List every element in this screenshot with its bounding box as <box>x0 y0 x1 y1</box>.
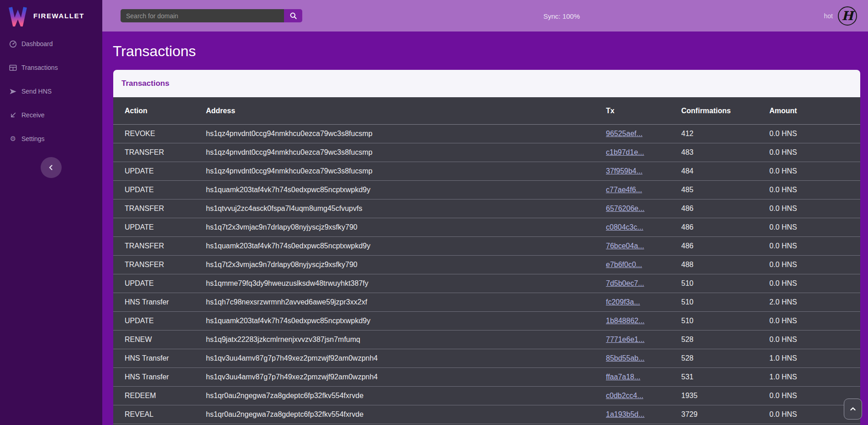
action-cell: UPDATE <box>125 317 206 325</box>
amount-cell: 1.0 HNS <box>769 354 849 362</box>
gauge-icon <box>9 40 17 48</box>
table-row: UPDATE hs1qmme79fq3dy9hweuzuslksdw48trwu… <box>113 274 860 293</box>
brand-name: FIREWALLET <box>33 12 84 20</box>
tx-link[interactable]: 6576206e... <box>606 205 645 212</box>
amount-cell: 0.0 HNS <box>769 242 849 250</box>
address-cell: hs1q9jatx22283jzkcmlrnenjxvvzv387jsn7mfu… <box>206 336 606 344</box>
sidebar-item-label: Send HNS <box>21 88 52 95</box>
tx-link[interactable]: fc209f3a... <box>606 298 640 306</box>
tx-link[interactable]: c1b97d1e... <box>606 148 644 156</box>
action-cell: UPDATE <box>125 167 206 175</box>
address-cell: hs1qtvvuj2zc4asck0fspa7l4uqm8umg45cfvupv… <box>206 205 606 213</box>
card-title: Transactions <box>121 79 169 88</box>
tx-link[interactable]: 96525aef... <box>606 130 642 137</box>
sidebar-item-transactions[interactable]: Transactions <box>0 56 102 79</box>
topbar: Sync: 100% hot H <box>102 0 868 31</box>
column-header-tx: Tx <box>606 107 681 115</box>
table-row: UPDATE hs1q7t2x3vmjac9n7drlapy08nyjyscjz… <box>113 218 860 237</box>
amount-cell: 0.0 HNS <box>769 317 849 325</box>
tx-link[interactable]: 7d5b0ec7... <box>606 279 644 287</box>
address-cell: hs1quamk203taf4vk7h74s0edxpwc85ncptxwpkd… <box>206 317 606 325</box>
address-cell: hs1qr0au2ngegwa7za8gdeptc6fp32fkv554fxrv… <box>206 392 606 400</box>
transactions-card: Transactions Action Address Tx Confirmat… <box>113 70 860 425</box>
sidebar-item-label: Receive <box>21 111 45 119</box>
table-row: RENEW hs1q9jatx22283jzkcmlrnenjxvvzv387j… <box>113 331 860 349</box>
action-cell: HNS Transfer <box>125 298 206 306</box>
action-cell: UPDATE <box>125 186 206 194</box>
action-cell: UPDATE <box>125 223 206 231</box>
scroll-to-top-button[interactable] <box>844 399 862 420</box>
tx-link[interactable]: 1a193b5d... <box>606 410 645 418</box>
tx-link[interactable]: 37f959b4... <box>606 167 642 175</box>
amount-cell: 0.0 HNS <box>769 223 849 231</box>
confirmations-cell: 488 <box>681 261 769 269</box>
sidebar-item-receive[interactable]: Receive <box>0 103 102 127</box>
column-header-amount: Amount <box>769 107 849 115</box>
table-row: REVEAL hs1qr0au2ngegwa7za8gdeptc6fp32fkv… <box>113 405 860 424</box>
address-cell: hs1qz4pnvdnt0ccg94nmkhcu0ezca79wc3s8fucs… <box>206 167 606 175</box>
action-cell: TRANSFER <box>125 242 206 250</box>
confirmations-cell: 510 <box>681 317 769 325</box>
tx-link[interactable]: e7b6f0c0... <box>606 261 642 268</box>
sidebar-item-dashboard[interactable]: Dashboard <box>0 32 102 56</box>
column-header-confirmations: Confirmations <box>681 107 769 115</box>
confirmations-cell: 528 <box>681 354 769 362</box>
brand[interactable]: FIREWALLET <box>0 0 102 31</box>
domain-search <box>121 9 302 22</box>
amount-cell: 0.0 HNS <box>769 205 849 213</box>
sidebar-nav: Dashboard Transactions Send HNS Receive … <box>0 32 102 151</box>
tx-link[interactable]: c0804c3c... <box>606 223 643 231</box>
amount-cell: 2.0 HNS <box>769 298 849 306</box>
search-button[interactable] <box>284 9 302 22</box>
action-cell: RENEW <box>125 336 206 344</box>
tx-link[interactable]: 76bce04a... <box>606 242 644 250</box>
table-row: HNS Transfer hs1qv3uu4amv87g7p7h49xez2pm… <box>113 368 860 387</box>
address-cell: hs1quamk203taf4vk7h74s0edxpwc85ncptxwpkd… <box>206 186 606 194</box>
sidebar-item-label: Settings <box>21 135 45 142</box>
amount-cell: 0.0 HNS <box>769 167 849 175</box>
action-cell: REVOKE <box>125 130 206 138</box>
table-row: TRANSFER hs1quamk203taf4vk7h74s0edxpwc85… <box>113 237 860 256</box>
action-cell: HNS Transfer <box>125 373 206 381</box>
table-row: HNS Transfer hs1qv3uu4amv87g7p7h49xez2pm… <box>113 349 860 368</box>
confirmations-cell: 510 <box>681 298 769 306</box>
table-row: TRANSFER hs1qtvvuj2zc4asck0fspa7l4uqm8um… <box>113 199 860 218</box>
amount-cell: 1.0 HNS <box>769 373 849 381</box>
tx-link[interactable]: ffaa7a18... <box>606 373 640 381</box>
sidebar-item-send-hns[interactable]: Send HNS <box>0 79 102 103</box>
tx-link[interactable]: c77ae4f6... <box>606 186 642 194</box>
table-header-row: Action Address Tx Confirmations Amount <box>113 97 860 125</box>
sidebar-item-label: Transactions <box>21 64 58 71</box>
action-cell: HNS Transfer <box>125 354 206 362</box>
tx-link[interactable]: 85bd55ab... <box>606 354 645 362</box>
tx-link[interactable]: c0db2cc4... <box>606 392 643 399</box>
address-cell: hs1qr0au2ngegwa7za8gdeptc6fp32fkv554fxrv… <box>206 410 606 419</box>
search-input[interactable] <box>121 9 284 22</box>
confirmations-cell: 485 <box>681 186 769 194</box>
table-row: UPDATE hs1qz4pnvdnt0ccg94nmkhcu0ezca79wc… <box>113 162 860 181</box>
table-body: REVOKE hs1qz4pnvdnt0ccg94nmkhcu0ezca79wc… <box>113 125 860 424</box>
address-cell: hs1qh7c98nexsrzwrmnh2avved6awe59jzpr3xx2… <box>206 298 606 306</box>
confirmations-cell: 486 <box>681 242 769 250</box>
table-row: TRANSFER hs1qz4pnvdnt0ccg94nmkhcu0ezca79… <box>113 143 860 162</box>
confirmations-cell: 3729 <box>681 410 769 419</box>
main-content: Transactions Transactions Action Address… <box>102 31 868 425</box>
handshake-logo-icon[interactable]: H <box>837 6 857 26</box>
action-cell: UPDATE <box>125 279 206 288</box>
table-row: REDEEM hs1qr0au2ngegwa7za8gdeptc6fp32fkv… <box>113 387 860 405</box>
confirmations-cell: 531 <box>681 373 769 381</box>
sidebar: FIREWALLET Dashboard Transactions Send H… <box>0 0 102 425</box>
wallet-indicator: hot H <box>824 6 857 26</box>
address-cell: hs1quamk203taf4vk7h74s0edxpwc85ncptxwpkd… <box>206 242 606 250</box>
chevron-up-icon <box>848 404 857 414</box>
table-row: REVOKE hs1qz4pnvdnt0ccg94nmkhcu0ezca79wc… <box>113 125 860 143</box>
send-icon <box>9 88 17 95</box>
sidebar-item-settings[interactable]: ⚙ Settings <box>0 127 102 151</box>
table-row: TRANSFER hs1q7t2x3vmjac9n7drlapy08nyjysc… <box>113 256 860 274</box>
tx-link[interactable]: 7771e6e1... <box>606 336 645 343</box>
wallet-name: hot <box>824 12 833 20</box>
tx-link[interactable]: 1b848862... <box>606 317 645 325</box>
address-cell: hs1q7t2x3vmjac9n7drlapy08nyjyscjz9xsfky7… <box>206 261 606 269</box>
sidebar-collapse-button[interactable] <box>41 157 62 178</box>
transactions-table: Action Address Tx Confirmations Amount R… <box>113 97 860 425</box>
